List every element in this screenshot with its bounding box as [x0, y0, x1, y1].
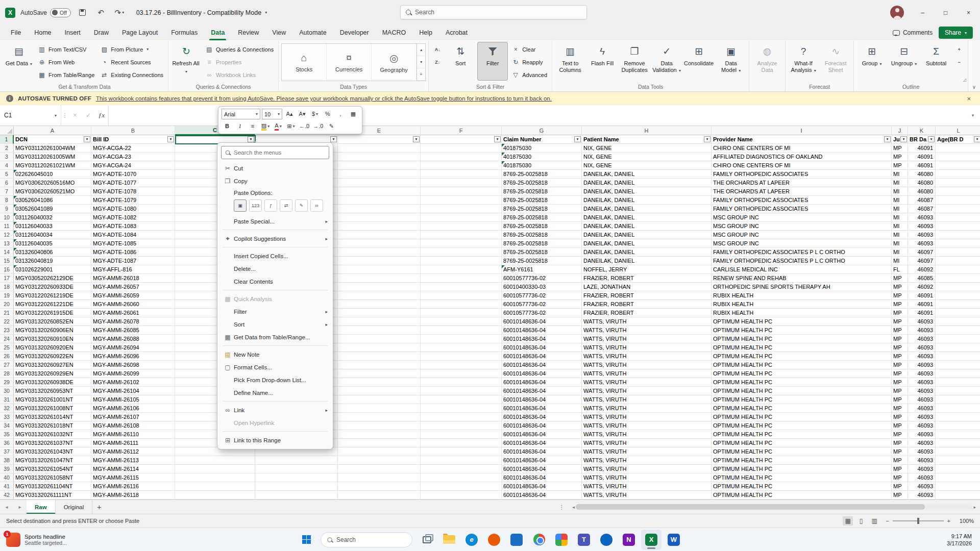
cell-E9[interactable] — [338, 205, 421, 213]
sheet-tab-raw[interactable]: Raw — [27, 500, 56, 514]
cell-A22[interactable]: MGY031320260852EN — [14, 317, 91, 326]
mini-format-painter-button[interactable]: ✎ — [326, 121, 337, 132]
cell-J33[interactable]: MP — [892, 413, 908, 421]
mini-decrease-decimal-button[interactable]: ←.0 — [298, 121, 310, 132]
row-header-2[interactable]: 2 — [0, 144, 14, 153]
cell-D40[interactable] — [255, 473, 338, 482]
cell-B18[interactable]: MGY-AMMI-26057 — [91, 283, 175, 291]
mini-fill-color-button[interactable]: ▨▾ — [260, 121, 271, 132]
cell-H10[interactable]: DANEILAK, DANIEL — [582, 213, 712, 222]
cell-H25[interactable]: WATTS, VIRUTH — [582, 343, 712, 352]
cell-L17[interactable] — [936, 274, 980, 283]
row-header-37[interactable]: 37 — [0, 447, 14, 456]
paste-option-paste[interactable]: ▣ — [234, 199, 247, 212]
cell-F29[interactable] — [421, 378, 502, 387]
cell-H41[interactable]: WATTS, VIRUTH — [582, 482, 712, 491]
cell-K32[interactable]: 46093 — [908, 404, 936, 413]
row-header-40[interactable]: 40 — [0, 473, 14, 482]
taskbar-search[interactable]: Search — [321, 532, 412, 547]
cell-K19[interactable]: 46091 — [908, 291, 936, 300]
scrollbar-thumb[interactable] — [576, 504, 925, 510]
cell-B41[interactable]: MGY-AMMI-26116 — [91, 482, 175, 491]
cell-F11[interactable] — [421, 222, 502, 231]
cell-L26[interactable] — [936, 352, 980, 361]
cell-L19[interactable] — [936, 291, 980, 300]
mini-increase-font-size-button[interactable]: A▴ — [284, 109, 295, 119]
cell-G24[interactable]: 60010148636-04 — [502, 335, 582, 343]
cell-J10[interactable]: MI — [892, 213, 908, 222]
cell-G10[interactable]: 8769-25-0025818 — [502, 213, 582, 222]
taskbar-chrome[interactable] — [529, 530, 549, 550]
name-box[interactable]: C1▾ — [0, 105, 61, 126]
cell-K7[interactable]: 46080 — [908, 187, 936, 196]
tab-macro[interactable]: MACRO — [376, 25, 413, 40]
cell-F38[interactable] — [421, 456, 502, 465]
menu-item-paste-special[interactable]: Paste Special...▸ — [219, 215, 331, 228]
filter-button-L[interactable]: ▾ — [974, 136, 980, 142]
cell-F24[interactable] — [421, 335, 502, 343]
cell-I19[interactable]: RUBIX HEALTH — [712, 291, 892, 300]
cell-F12[interactable] — [421, 231, 502, 239]
row-header-30[interactable]: 30 — [0, 387, 14, 395]
cell-A11[interactable]: 031126040033 — [14, 222, 91, 231]
cell-G16[interactable]: AFM-Y6161 — [502, 265, 582, 274]
cell-E38[interactable] — [338, 456, 421, 465]
cell-G15[interactable]: 8769-25-0025818 — [502, 257, 582, 265]
cell-K39[interactable]: 46093 — [908, 465, 936, 473]
cell-J41[interactable]: MP — [892, 482, 908, 491]
warning-message-link[interactable]: This workbook contains features that pre… — [96, 95, 552, 102]
cell-F32[interactable] — [421, 404, 502, 413]
ribbon-sort[interactable]: ⇅Sort — [445, 42, 476, 81]
row-header-12[interactable]: 12 — [0, 231, 14, 239]
font-name-select[interactable]: Arial▾ — [222, 109, 260, 119]
cell-G5[interactable]: 8769-25-0025818 — [502, 170, 582, 179]
cell-I2[interactable]: CHIRO ONE CENTERS OF MI — [712, 144, 892, 153]
menu-item-pick-from-drop-down-list[interactable]: Pick From Drop-down List... — [219, 373, 331, 386]
cell-E23[interactable] — [338, 326, 421, 335]
cell-A34[interactable]: MGY031320261018NT — [14, 421, 91, 430]
cell-I15[interactable]: FAMILY ORTHOPEDIC ASSOCIATES P L C ORTHO — [712, 257, 892, 265]
cell-H42[interactable]: WATTS, VIRUTH — [582, 491, 712, 499]
mini-increase-decimal-button[interactable]: →.0 — [312, 121, 324, 132]
menu-item-clear-contents[interactable]: Clear Contents — [219, 275, 331, 288]
cell-F2[interactable] — [421, 144, 502, 153]
cell-J29[interactable]: MP — [892, 378, 908, 387]
row-header-27[interactable]: 27 — [0, 361, 14, 369]
cell-L25[interactable] — [936, 343, 980, 352]
header-cell-E1[interactable]: ▾ — [338, 135, 421, 144]
cell-G35[interactable]: 60010148636-04 — [502, 430, 582, 439]
sheet-overflow-button[interactable]: ⋮ — [555, 500, 568, 514]
cell-B27[interactable]: MGY-AMMI-26098 — [91, 361, 175, 369]
header-cell-J1[interactable]: Ju▾ — [892, 135, 908, 144]
cell-G40[interactable]: 60010148636-04 — [502, 473, 582, 482]
cell-D41[interactable] — [255, 482, 338, 491]
taskbar-file-explorer[interactable] — [439, 530, 459, 550]
cell-B16[interactable]: MGY-AFFL-816 — [91, 265, 175, 274]
cell-K21[interactable]: 46091 — [908, 309, 936, 317]
cell-D39[interactable] — [255, 465, 338, 473]
menu-item-insert-copied-cells[interactable]: Insert Copied Cells... — [219, 249, 331, 262]
paste-option-paste-link[interactable]: ∞ — [310, 199, 323, 212]
cell-A15[interactable]: 031326040819 — [14, 257, 91, 265]
cell-J15[interactable]: MI — [892, 257, 908, 265]
cell-K38[interactable]: 46093 — [908, 456, 936, 465]
row-header-8[interactable]: 8 — [0, 196, 14, 205]
cell-H24[interactable]: WATTS, VIRUTH — [582, 335, 712, 343]
cell-J34[interactable]: MP — [892, 421, 908, 430]
cell-E35[interactable] — [338, 430, 421, 439]
cell-H29[interactable]: WATTS, VIRUTH — [582, 378, 712, 387]
cell-B5[interactable]: MGY-ADTE-1070 — [91, 170, 175, 179]
cell-C40[interactable] — [175, 473, 255, 482]
cell-G37[interactable]: 60010148636-04 — [502, 447, 582, 456]
cell-L15[interactable] — [936, 257, 980, 265]
cell-F20[interactable] — [421, 300, 502, 309]
cell-L36[interactable] — [936, 439, 980, 447]
column-header-H[interactable]: H — [582, 126, 712, 135]
filter-button-H[interactable]: ▾ — [704, 136, 710, 142]
row-header-26[interactable]: 26 — [0, 352, 14, 361]
horizontal-scrollbar[interactable]: ◂ ▸ — [568, 500, 980, 514]
cell-E42[interactable] — [338, 491, 421, 499]
column-header-G[interactable]: G — [502, 126, 582, 135]
cell-E10[interactable] — [338, 213, 421, 222]
cell-L12[interactable] — [936, 231, 980, 239]
